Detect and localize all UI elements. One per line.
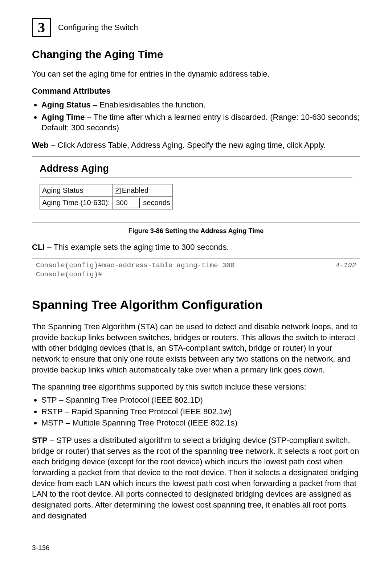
- ver-rstp: RSTP – Rapid Spanning Tree Protocol (IEE…: [41, 406, 360, 417]
- aging-status-cell: ✔Enabled: [112, 184, 172, 197]
- page-number: 3-136: [32, 543, 360, 553]
- cli-instruction: CLI – This example sets the aging time t…: [32, 242, 360, 253]
- attr-aging-status: Aging Status – Enables/disables the func…: [41, 99, 360, 110]
- attr1-text: – Enables/disables the function.: [91, 100, 206, 109]
- aging-time-input[interactable]: 300: [115, 198, 140, 208]
- figure-caption: Figure 3-86 Setting the Address Aging Ti…: [32, 227, 360, 235]
- page-header: 3 Configuring the Switch: [32, 18, 360, 37]
- sta-para2: The spanning tree algorithms supported b…: [32, 382, 360, 392]
- chapter-number-box: 3: [32, 18, 51, 37]
- sta-para1: The Spanning Tree Algorithm (STA) can be…: [32, 321, 360, 375]
- row-aging-status: Aging Status ✔Enabled: [40, 184, 173, 197]
- web-label: Web: [32, 141, 49, 150]
- section-title-sta: Spanning Tree Algorithm Configuration: [32, 297, 360, 313]
- command-attributes-heading: Command Attributes: [32, 86, 360, 97]
- web-text: – Click Address Table, Address Aging. Sp…: [49, 141, 326, 150]
- aging-time-label: Aging Time (10-630):: [40, 197, 113, 209]
- panel-title: Address Aging: [40, 162, 352, 175]
- cli-code: Console(config)#mac-address-table aging-…: [36, 261, 234, 280]
- cli-code-box: Console(config)#mac-address-table aging-…: [32, 258, 360, 282]
- aging-form-table: Aging Status ✔Enabled Aging Time (10-630…: [40, 184, 173, 209]
- web-instruction: Web – Click Address Table, Address Aging…: [32, 140, 360, 151]
- attr-aging-time: Aging Time – The time after which a lear…: [41, 112, 360, 133]
- stp-bold: STP: [32, 436, 48, 445]
- ver-stp: STP – Spanning Tree Protocol (IEEE 802.1…: [41, 395, 360, 406]
- stp-description: STP – STP uses a distributed algorithm t…: [32, 435, 360, 521]
- aging-status-label: Aging Status: [40, 184, 113, 197]
- aging-status-value: Enabled: [122, 186, 148, 194]
- stp-text: – STP uses a distributed algorithm to se…: [32, 436, 359, 520]
- attr2-text: – The time after which a learned entry i…: [41, 113, 360, 133]
- cli-text: – This example sets the aging time to 30…: [45, 243, 229, 252]
- cli-label: CLI: [32, 243, 45, 252]
- aging-time-unit: seconds: [141, 199, 170, 207]
- row-aging-time: Aging Time (10-630): 300 seconds: [40, 197, 173, 209]
- panel-divider: [40, 177, 352, 178]
- address-aging-panel: Address Aging Aging Status ✔Enabled Agin…: [32, 156, 360, 223]
- sta-versions-list: STP – Spanning Tree Protocol (IEEE 802.1…: [32, 395, 360, 428]
- aging-status-checkbox[interactable]: ✔: [115, 188, 121, 194]
- header-label: Configuring the Switch: [58, 22, 138, 33]
- command-attributes-list: Aging Status – Enables/disables the func…: [32, 99, 360, 133]
- attr1-bold: Aging Status: [41, 100, 91, 109]
- cli-code-ref: 4-192: [335, 261, 356, 280]
- intro-text: You can set the aging time for entries i…: [32, 69, 360, 80]
- aging-time-cell: 300 seconds: [112, 197, 172, 209]
- attr2-bold: Aging Time: [41, 113, 85, 122]
- ver-mstp: MSTP – Multiple Spanning Tree Protocol (…: [41, 418, 360, 428]
- section-title-aging: Changing the Aging Time: [32, 47, 360, 62]
